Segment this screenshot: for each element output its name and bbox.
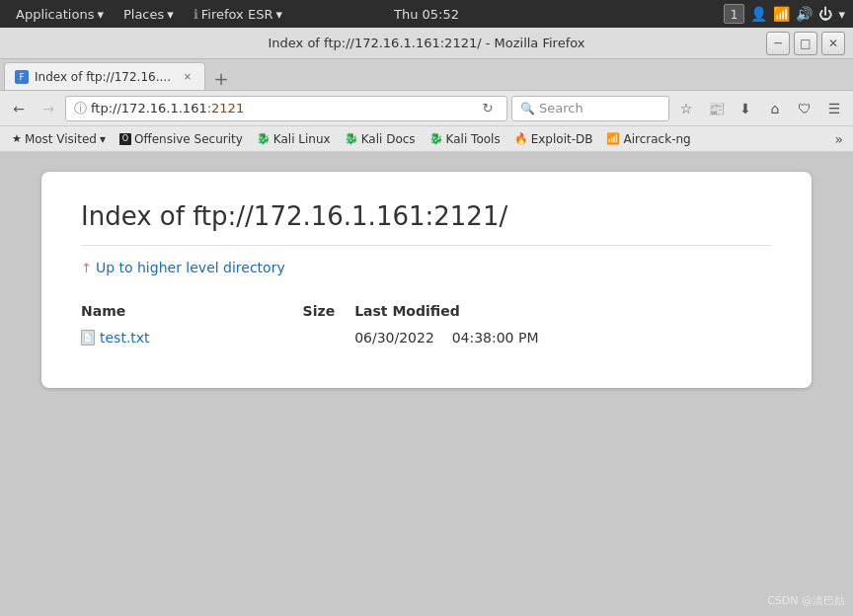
close-icon: ✕ [828, 37, 838, 50]
forward-button[interactable]: → [36, 96, 61, 121]
minimize-button[interactable]: ─ [766, 32, 790, 55]
bookmark-kali-linux[interactable]: 🐉 Kali Linux [251, 130, 337, 148]
column-header-name: Name [81, 299, 237, 327]
network-icon: 📶 [773, 6, 790, 22]
column-header-modified: Last Modified [354, 299, 772, 327]
download-button[interactable]: ⬇ [733, 96, 758, 121]
system-bar: Applications ▾ Places ▾ ℹ Firefox ESR ▾ … [0, 0, 853, 28]
bookmark-offensive-security[interactable]: O Offensive Security [114, 130, 249, 148]
kali-tools-label: Kali Tools [446, 132, 501, 146]
kali-docs-icon: 🐉 [345, 132, 358, 145]
firefox-label: Firefox ESR [201, 7, 273, 22]
power-icon[interactable]: ⏻ [818, 6, 832, 22]
applications-label: Applications [16, 7, 94, 22]
kali-docs-label: Kali Docs [361, 132, 416, 146]
file-name: test.txt [100, 330, 150, 346]
reader-icon: 📰 [708, 101, 725, 116]
maximize-button[interactable]: □ [794, 32, 817, 55]
tab-favicon: F [15, 70, 29, 84]
refresh-button[interactable]: ↻ [477, 98, 499, 119]
file-link[interactable]: 📄 test.txt [81, 330, 237, 346]
users-icon: 👤 [750, 6, 767, 22]
places-menu[interactable]: Places ▾ [116, 5, 182, 24]
bookmark-most-visited[interactable]: ★ Most Visited ▾ [6, 130, 112, 148]
forward-icon: → [42, 101, 54, 116]
download-icon: ⬇ [739, 101, 751, 116]
menu-icon: ☰ [828, 101, 841, 116]
page-area: Index of ftp://172.16.1.161:2121/ ↑ Up t… [0, 152, 853, 616]
bookmarks-bar: ★ Most Visited ▾ O Offensive Security 🐉 … [0, 126, 853, 152]
kali-tools-icon: 🐉 [429, 132, 443, 145]
up-link-text: Up to higher level directory [96, 260, 285, 275]
most-visited-label: Most Visited [25, 132, 97, 146]
bookmark-aircrack[interactable]: 📶 Aircrack-ng [600, 130, 696, 148]
ftp-page-title: Index of ftp://172.16.1.161:2121/ [81, 201, 772, 246]
close-button[interactable]: ✕ [821, 32, 845, 55]
file-name-cell: 📄 test.txt [81, 327, 237, 348]
back-icon: ← [13, 101, 25, 116]
table-row: 📄 test.txt 06/30/2022 04:38:00 PM [81, 327, 772, 348]
watermark: CSDN @淡巴姑 [767, 593, 845, 608]
system-tray: 1 👤 📶 🔊 ⏻ ▾ [724, 4, 845, 24]
search-placeholder: Search [539, 101, 583, 116]
search-box[interactable]: 🔍 Search [511, 96, 669, 121]
applications-arrow: ▾ [97, 7, 104, 22]
firefox-menu[interactable]: ℹ Firefox ESR ▾ [186, 5, 290, 24]
refresh-icon: ↻ [483, 101, 494, 116]
power-arrow: ▾ [838, 7, 845, 22]
file-date-cell: 06/30/2022 04:38:00 PM [354, 327, 772, 348]
places-arrow: ▾ [167, 7, 174, 22]
url-bar[interactable]: ⓘ ftp://172.16.1.161:2121 ↻ [65, 96, 507, 121]
ftp-index-card: Index of ftp://172.16.1.161:2121/ ↑ Up t… [41, 172, 812, 388]
volume-icon: 🔊 [796, 6, 813, 22]
bookmark-kali-docs[interactable]: 🐉 Kali Docs [339, 130, 422, 148]
tab-label: Index of ftp://172.16.... [35, 70, 171, 84]
shield-icon: 🛡 [798, 101, 812, 116]
active-tab[interactable]: F Index of ftp://172.16.... × [4, 62, 205, 90]
exploit-db-label: Exploit-DB [531, 132, 593, 146]
workspace-badge[interactable]: 1 [724, 4, 745, 24]
bookmarks-more-button[interactable]: » [830, 129, 847, 149]
title-bar: Index of ftp://172.16.1.161:2121/ - Mozi… [0, 28, 853, 59]
places-label: Places [123, 7, 164, 22]
file-size-cell [237, 327, 354, 348]
firefox-arrow: ▾ [275, 7, 282, 22]
kali-linux-label: Kali Linux [273, 132, 331, 146]
offensive-security-icon: O [119, 133, 131, 145]
new-tab-button[interactable]: + [207, 66, 235, 90]
applications-menu[interactable]: Applications ▾ [8, 5, 112, 24]
column-header-size: Size [237, 299, 354, 327]
aircrack-label: Aircrack-ng [623, 132, 690, 146]
exploit-db-icon: 🔥 [514, 132, 528, 145]
search-icon: 🔍 [520, 102, 535, 116]
tab-close-button[interactable]: × [181, 70, 194, 84]
star-icon: ☆ [680, 101, 693, 116]
ftp-file-table: Name Size Last Modified 📄 test.txt 06/30… [81, 299, 772, 348]
home-icon: ⌂ [771, 101, 780, 116]
firefox-info-icon: ℹ [194, 7, 198, 22]
reader-mode-button[interactable]: 📰 [703, 96, 729, 121]
bookmark-star-button[interactable]: ☆ [673, 96, 699, 121]
tab-bar: F Index of ftp://172.16.... × + [0, 59, 853, 91]
url-port: :2121 [207, 101, 244, 116]
bookmark-kali-tools[interactable]: 🐉 Kali Tools [424, 130, 506, 148]
navigation-bar: ← → ⓘ ftp://172.16.1.161:2121 ↻ 🔍 Search… [0, 91, 853, 126]
system-clock: Thu 05:52 [394, 7, 459, 22]
bookmark-exploit-db[interactable]: 🔥 Exploit-DB [508, 130, 599, 148]
info-icon: ⓘ [74, 100, 87, 117]
url-text: ftp://172.16.1.161:2121 [91, 101, 473, 116]
file-icon: 📄 [81, 330, 95, 346]
up-directory-link[interactable]: ↑ Up to higher level directory [81, 260, 772, 275]
home-button[interactable]: ⌂ [762, 96, 788, 121]
aircrack-icon: 📶 [606, 132, 620, 145]
shield-button[interactable]: 🛡 [792, 96, 817, 121]
window-controls: ─ □ ✕ [766, 32, 845, 55]
up-arrow-icon: ↑ [81, 261, 92, 275]
most-visited-icon: ★ [12, 132, 22, 145]
maximize-icon: □ [800, 37, 811, 50]
url-base: ftp://172.16.1.161 [91, 101, 207, 116]
minimize-icon: ─ [774, 37, 781, 50]
back-button[interactable]: ← [6, 96, 32, 121]
window-title: Index of ftp://172.16.1.161:2121/ - Mozi… [268, 36, 584, 50]
menu-button[interactable]: ☰ [821, 96, 847, 121]
